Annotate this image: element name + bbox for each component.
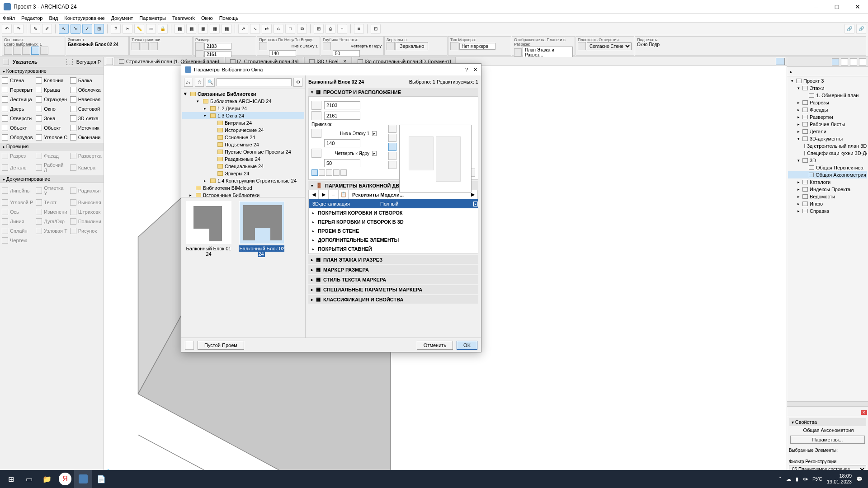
tb-b[interactable]: ▦	[186, 24, 196, 34]
anchor-3[interactable]	[326, 169, 332, 176]
dialog-close-button[interactable]: ✕	[473, 67, 477, 73]
pick-button[interactable]: ✎	[30, 24, 40, 34]
doc-Полилини[interactable]: Полилини	[69, 217, 103, 226]
nav-Ведомости[interactable]: ▸Ведомости	[788, 193, 867, 200]
tab-nav-icon[interactable]	[776, 58, 785, 65]
tool-огражден[interactable]: Огражден	[35, 95, 68, 104]
doc-Линейны[interactable]: Линейны	[1, 184, 34, 197]
tb-c[interactable]: ▦	[198, 24, 208, 34]
doc-Штриховк[interactable]: Штриховк	[69, 207, 103, 216]
menu-window[interactable]: Окно	[201, 15, 213, 21]
preview-1[interactable]: Балконный Блок 02 24	[238, 201, 285, 257]
param-next-button[interactable]: ▶	[319, 190, 329, 199]
pdf-taskbar-button[interactable]: 📄	[92, 470, 110, 488]
doc-Узловая Т[interactable]: Узловая Т	[35, 226, 68, 235]
menu-teamwork[interactable]: Teamwork	[172, 15, 195, 21]
close-panel-icon[interactable]: ✕	[861, 410, 867, 415]
preview-mode-2[interactable]	[388, 134, 396, 142]
browser-button[interactable]: Я	[59, 473, 71, 485]
tb-e[interactable]: ▦	[222, 24, 231, 34]
shape-rect[interactable]: ▭	[146, 24, 156, 34]
tb-d[interactable]: ▦	[210, 24, 220, 34]
tool-световой[interactable]: Световой	[69, 104, 103, 113]
lib-Встроенные Библиотеки[interactable]: ▸Встроенные Библиотеки	[182, 192, 304, 197]
tb-j[interactable]: □	[285, 24, 295, 34]
tray-cloud-icon[interactable]: ☁	[786, 476, 791, 482]
tool-окно[interactable]: Окно	[35, 104, 68, 113]
proj-Деталь[interactable]: Деталь	[1, 161, 34, 174]
menu-design[interactable]: Конструирование	[64, 15, 104, 21]
tool-перекрыт[interactable]: Перекрыт	[1, 85, 34, 94]
preview-mode-3[interactable]	[388, 143, 396, 151]
anchor-5[interactable]	[340, 169, 347, 176]
dim-rel-input[interactable]	[324, 139, 360, 147]
cursor-mode-3[interactable]: ∠	[82, 24, 92, 34]
param-row-3d-detail[interactable]: 3D-детализацияПолный▸	[309, 199, 478, 208]
dropdown-arrow-icon[interactable]: ▸	[473, 202, 478, 206]
shape-lock[interactable]: 🔒	[158, 24, 168, 34]
doc-Текст[interactable]: Текст	[35, 198, 68, 207]
dialog-help-button[interactable]: ?	[465, 67, 468, 73]
nav-3D-документы[interactable]: ▾3D-документы	[788, 135, 867, 142]
param-tree-button[interactable]: ≡	[329, 190, 339, 199]
tray-battery-icon[interactable]: ▮	[796, 476, 798, 482]
preview-mode-1[interactable]	[388, 125, 396, 133]
size-w[interactable]: 2103	[204, 43, 231, 50]
info-set-icon[interactable]	[40, 47, 48, 55]
vbind-rel[interactable]: Низ к Этажу 1	[268, 44, 318, 48]
minimize-button[interactable]: ─	[809, 3, 823, 10]
nav-bottom-ico2[interactable]	[853, 408, 859, 414]
nav-Фасады[interactable]: ▸Фасады	[788, 106, 867, 113]
tb-f[interactable]: ↗	[238, 24, 248, 34]
foot-layer-icon[interactable]	[185, 341, 194, 350]
lib-Раздвижные 24[interactable]: Раздвижные 24	[182, 155, 304, 163]
tool-угловое с[interactable]: Угловое С	[35, 133, 68, 142]
tool-оборудов[interactable]: Оборудов	[1, 133, 34, 142]
popup-arrow-icon-2[interactable]: ▸	[372, 151, 377, 156]
tool-оболочка[interactable]: Оболочка	[69, 85, 103, 94]
tb-h[interactable]: ⇄	[262, 24, 272, 34]
doc-Выносная[interactable]: Выносная	[69, 198, 103, 207]
tb-l[interactable]: ⊞	[314, 24, 324, 34]
pointer-icon[interactable]	[3, 59, 9, 65]
param-ДОПОЛНИТЕЛЬНЫЕ ЭЛЕМЕНТЫ[interactable]: ▸ДОПОЛНИТЕЛЬНЫЕ ЭЛЕМЕНТЫ	[309, 235, 478, 244]
nav-3д строительный план 3D-Докум[interactable]: 3д строительный план 3D-Докум	[788, 142, 867, 150]
param-nav-label[interactable]: Реквизиты Модели...	[349, 192, 468, 197]
snap-button[interactable]: ✂	[123, 24, 132, 34]
dim-q-label[interactable]: Четверть к Ядру	[324, 151, 369, 156]
cancel-button[interactable]: Отменить	[417, 341, 453, 350]
cursor-mode-4[interactable]: ⊞	[94, 24, 104, 34]
mirror-button[interactable]: Зеркально	[396, 42, 428, 50]
tb-g[interactable]: ↘	[250, 24, 260, 34]
doc-Чертеж[interactable]: Чертеж	[1, 236, 34, 245]
close-button[interactable]: ✕	[851, 3, 864, 10]
lib-Подъемные 24[interactable]: Подъемные 24	[182, 141, 304, 148]
depth-val[interactable]: 50	[333, 50, 360, 57]
lib-search-button[interactable]: 🔍	[206, 78, 215, 87]
anchor-1[interactable]	[311, 169, 318, 176]
nav-Общая Перспектива[interactable]: Общая Перспектива	[788, 164, 867, 171]
lib-settings-button[interactable]: ⚙	[293, 78, 302, 87]
grid-button[interactable]: #	[111, 24, 121, 34]
info-layer-icon[interactable]	[4, 47, 12, 55]
doc-Линия[interactable]: Линия	[1, 217, 34, 226]
plan-icon[interactable]	[514, 48, 522, 56]
sec-СПЕЦИАЛЬНЫЕ ПАРАМЕТРЫ МАРКЕРА[interactable]: ▸▦СПЕЦИАЛЬНЫЕ ПАРАМЕТРЫ МАРКЕРА	[308, 285, 478, 294]
tray-up-icon[interactable]: ˄	[779, 476, 782, 482]
param-ПРОЕМ В СТЕНЕ[interactable]: ▸ПРОЕМ В СТЕНЕ	[309, 226, 478, 235]
doc-Рисунок[interactable]: Рисунок	[69, 226, 103, 235]
nav-Рабочие Листы[interactable]: ▸Рабочие Листы	[788, 121, 867, 128]
nav-bottom-ico1[interactable]	[845, 408, 852, 414]
menu-help[interactable]: Помощь	[219, 15, 239, 21]
lib-1.4 Конструкции Строительные 24[interactable]: ▸1.4 Конструкции Строительные 24	[182, 177, 304, 184]
anchor-2[interactable]	[319, 169, 325, 176]
cursor-mode-2[interactable]: ⇲	[71, 24, 80, 34]
sec-ПЛАН ЭТАЖА И РАЗРЕЗ[interactable]: ▸▦ПЛАН ЭТАЖА И РАЗРЕЗ	[308, 255, 478, 264]
nav-tab4-icon[interactable]	[859, 58, 866, 66]
lib-Специальные 24[interactable]: Специальные 24	[182, 163, 304, 170]
tool-источник[interactable]: Источник	[69, 123, 103, 132]
doc-Изменени[interactable]: Изменени	[35, 207, 68, 216]
slope-select[interactable]: Согласно Стене	[587, 42, 632, 50]
tb-m[interactable]: ⎙	[326, 24, 335, 34]
pointer-label[interactable]: Указатель	[13, 59, 38, 65]
